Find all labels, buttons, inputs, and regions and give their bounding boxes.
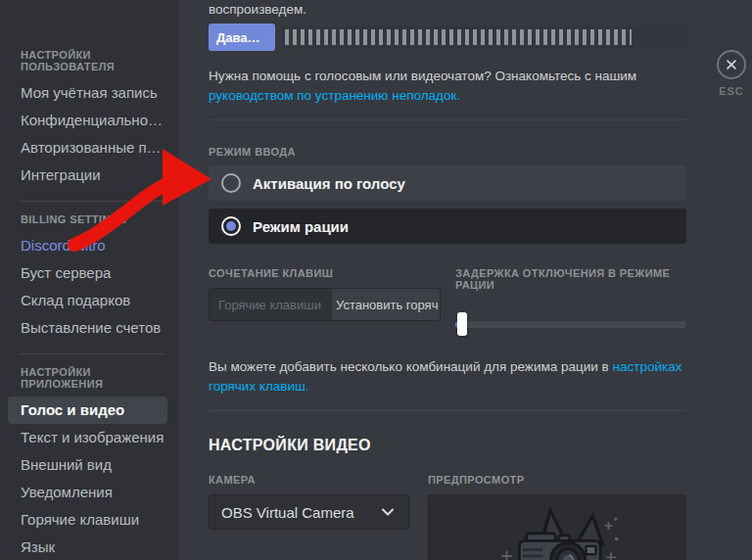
voice-activity-option[interactable]: Активация по голосу xyxy=(209,165,686,201)
camera-header: КАМЕРА xyxy=(209,474,409,486)
sidebar-divider xyxy=(21,201,165,202)
slider-track[interactable] xyxy=(455,321,686,328)
mic-test-description-text: воспроизведем. xyxy=(209,2,686,17)
sidebar-item-text-images[interactable]: Текст и изображения xyxy=(8,424,167,451)
sidebar-header-billing-settings: BILLING SETTINGS xyxy=(8,213,167,232)
camera-preview-box: Проверить видео xyxy=(428,494,686,560)
sidebar-item-server-boost[interactable]: Буст сервера xyxy=(8,259,167,287)
sidebar-divider xyxy=(21,353,165,354)
slider-handle[interactable] xyxy=(457,312,467,336)
camera-select[interactable]: OBS Virtual Camera xyxy=(209,494,409,530)
sidebar-header-app-settings: НАСТРОЙКИ ПРИЛОЖЕНИЯ xyxy=(8,366,167,397)
keybind-note-paragraph: Вы можете добавить несколько комбинаций … xyxy=(209,357,686,397)
mic-activity-meter xyxy=(282,25,686,49)
sidebar-item-my-account[interactable]: Моя учётная запись xyxy=(8,79,167,107)
voice-help-paragraph: Нужна помощь с голосовым или видеочатом?… xyxy=(209,67,686,106)
preview-header: ПРЕДПРОСМОТР xyxy=(428,474,686,486)
chevron-down-icon xyxy=(379,503,397,521)
note-text: Вы можете добавить несколько комбинаций … xyxy=(209,359,612,374)
keybind-group: Установить горяч xyxy=(209,288,441,321)
lets-check-button[interactable]: Давайте пр... xyxy=(209,23,275,51)
esc-label: ESC xyxy=(710,85,752,97)
sidebar-item-notifications[interactable]: Уведомления xyxy=(8,479,167,506)
ptt-release-delay-header: ЗАДЕРЖКА ОТКЛЮЧЕНИЯ В РЕЖИМЕ РАЦИИ xyxy=(455,267,686,291)
radio-selected-icon xyxy=(221,216,241,236)
sidebar-header-user-settings: НАСТРОЙКИ ПОЛЬЗОВАТЕЛЯ xyxy=(8,49,167,79)
section-divider xyxy=(209,119,686,120)
sidebar-item-authorized-apps[interactable]: Авторизованные прил... xyxy=(8,134,167,162)
sidebar-item-keybinds[interactable]: Горячие клавиши xyxy=(8,506,167,534)
mic-meter-stripes xyxy=(285,29,632,45)
video-settings-header: НАСТРОЙКИ ВИДЕО xyxy=(209,437,686,454)
sidebar-item-discord-nitro[interactable]: Discord Nitro xyxy=(8,232,167,259)
ptt-release-delay-slider[interactable] xyxy=(455,312,686,336)
shortcut-input[interactable] xyxy=(210,289,332,320)
shortcut-header: СОЧЕТАНИЕ КЛАВИШ xyxy=(209,267,441,279)
settings-sidebar: НАСТРОЙКИ ПОЛЬЗОВАТЕЛЯ Моя учётная запис… xyxy=(0,0,179,560)
push-to-talk-label: Режим рации xyxy=(253,218,349,235)
sidebar-item-language[interactable]: Язык xyxy=(8,534,167,560)
camera-illustration xyxy=(475,499,639,560)
voice-video-settings-page: воспроизведем. Давайте пр... Нужна помощ… xyxy=(179,0,752,560)
close-settings-control: ESC xyxy=(710,50,752,97)
troubleshooting-guide-link[interactable]: руководством по устранению неполадок. xyxy=(209,88,460,103)
section-divider xyxy=(209,410,686,411)
close-icon[interactable] xyxy=(717,50,746,79)
keybind-delay-row: СОЧЕТАНИЕ КЛАВИШ Установить горяч ЗАДЕРЖ… xyxy=(209,267,686,336)
sidebar-item-voice-video[interactable]: Голос и видео xyxy=(8,397,167,424)
input-mode-header: РЕЖИМ ВВОДА xyxy=(209,146,686,158)
set-keybind-button[interactable]: Установить горяч xyxy=(332,289,440,320)
sidebar-item-integrations[interactable]: Интеграции xyxy=(8,162,167,189)
mic-test-row: Давайте пр... xyxy=(209,23,686,51)
sidebar-item-appearance[interactable]: Внешний вид xyxy=(8,451,167,479)
voice-activity-label: Активация по голосу xyxy=(253,175,405,192)
video-settings-row: КАМЕРА OBS Virtual Camera ПРЕДПРОСМОТР xyxy=(209,474,686,560)
sidebar-item-billing[interactable]: Выставление счетов xyxy=(8,314,167,342)
push-to-talk-option[interactable]: Режим рации xyxy=(209,209,686,244)
sidebar-item-privacy[interactable]: Конфиденциальность xyxy=(8,107,167,134)
camera-select-value: OBS Virtual Camera xyxy=(221,504,379,521)
radio-icon xyxy=(221,173,241,193)
help-text: Нужна помощь с голосовым или видеочатом?… xyxy=(209,69,636,83)
sidebar-item-gift-inventory[interactable]: Склад подарков xyxy=(8,287,167,314)
